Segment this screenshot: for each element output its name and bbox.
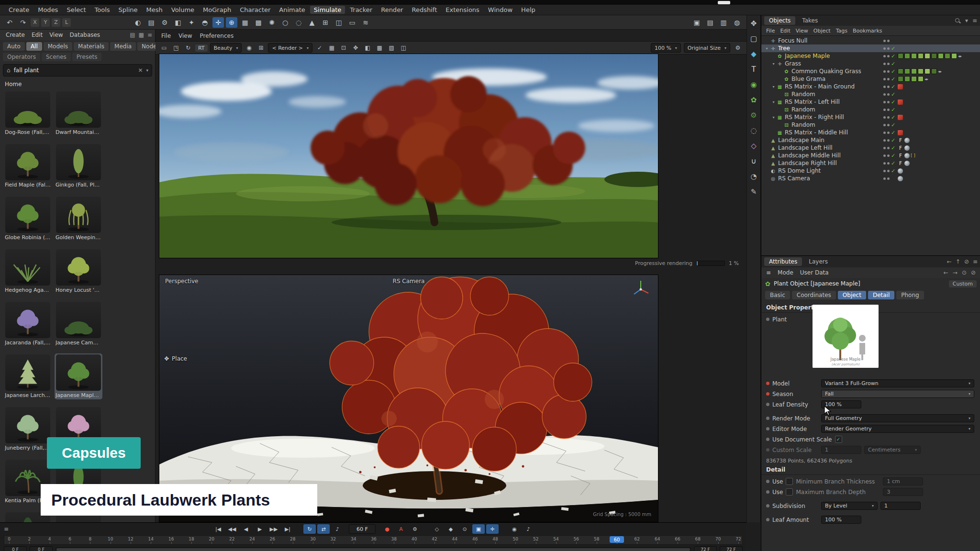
sound-scrub-button[interactable]: ♪	[522, 524, 535, 534]
pingpong-button[interactable]: ⇄	[317, 524, 330, 534]
asset-capsule-icon[interactable]: ◇	[747, 140, 760, 152]
redshift-object-tag[interactable]	[898, 130, 903, 135]
asset-globe-robinia-fall-pl[interactable]: Globe Robinia (Fall, Pl...	[4, 196, 52, 242]
tree-row-grass[interactable]: ▾✛Grass✓	[761, 60, 980, 67]
material-swatch[interactable]	[918, 68, 924, 74]
custom-button[interactable]: Custom	[949, 280, 977, 287]
asset-menu-edit[interactable]: Edit	[29, 31, 45, 39]
mode-button[interactable]: Mode	[778, 269, 793, 276]
section-tab-detail[interactable]: Detail	[868, 291, 894, 299]
asset-ginkgo-fall-plant[interactable]: Ginkgo (Fall, Plant)	[55, 143, 102, 189]
asset-jacaranda-fall-plant[interactable]: Jacaranda (Fall, Plant)	[4, 301, 52, 347]
annotate-icon[interactable]: ✎	[747, 186, 760, 198]
use-document-scale-anim-dot[interactable]	[766, 438, 769, 441]
section-tab-phong[interactable]: Phong	[896, 291, 924, 299]
editor-visibility-dot[interactable]	[883, 40, 886, 42]
visibility-dots[interactable]	[883, 101, 890, 103]
tree-row-random[interactable]: ⚄Random✓	[761, 106, 980, 113]
enabled-check-icon[interactable]: ✓	[890, 122, 897, 128]
swatch-scroll-icon[interactable]: ◂▸	[924, 77, 928, 81]
material-tag[interactable]	[904, 138, 910, 143]
editor-mode-anim-dot[interactable]	[766, 427, 769, 430]
split-view-icon[interactable]: ◓	[199, 17, 211, 28]
visibility-dots[interactable]	[883, 124, 890, 126]
render-mode-dropdown[interactable]: Full Geometry ▾	[821, 414, 974, 422]
search-input[interactable]: fall plant	[14, 67, 135, 74]
material-swatch[interactable]	[904, 53, 910, 59]
use-max-branch-checkbox[interactable]: ✓	[786, 488, 793, 496]
render-settings-icon[interactable]: ⚙	[159, 17, 170, 28]
material-swatch[interactable]	[898, 76, 903, 82]
snapshot-icon[interactable]: ▭	[159, 43, 169, 53]
model-dropdown[interactable]: Variant 3 Full-Grown ▾	[821, 379, 974, 387]
asset-japanese-larch-fall[interactable]: Japanese Larch (Fall,...	[4, 353, 52, 399]
tab-takes[interactable]: Takes	[797, 16, 823, 25]
material-tag[interactable]	[898, 176, 903, 181]
editor-visibility-dot[interactable]	[883, 78, 886, 80]
axis-lock-l[interactable]: L	[62, 18, 71, 27]
menu-tracker[interactable]: Tracker	[346, 6, 376, 14]
leaf-amount-field[interactable]: 100 %	[821, 516, 861, 524]
editor-visibility-dot[interactable]	[883, 170, 886, 172]
editor-visibility-dot[interactable]	[883, 93, 886, 96]
material-swatch[interactable]	[918, 53, 924, 59]
refresh-render-icon[interactable]: ↻	[183, 43, 193, 53]
lock-icon[interactable]: ⊘	[964, 258, 969, 265]
menu-simulate[interactable]: Simulate	[310, 6, 345, 14]
asset-dwarf-mountain-pine[interactable]: Dwarf Mountain Pine (...	[55, 90, 102, 136]
record-button[interactable]: ●	[381, 524, 393, 534]
enabled-check-icon[interactable]: ✓	[890, 61, 897, 67]
next-frame-button[interactable]: ▶▶	[267, 524, 280, 534]
expander-icon[interactable]: ▾	[771, 115, 776, 120]
material-tag[interactable]	[904, 145, 910, 151]
visibility-dots[interactable]	[883, 109, 890, 111]
solo-animation-button[interactable]: ◉	[508, 524, 521, 534]
quantize-icon[interactable]: ▩	[253, 17, 264, 28]
editor-visibility-dot[interactable]	[883, 109, 886, 111]
asset-dog-rose-fall-plant[interactable]: Dog-Rose (Fall, Plant)	[4, 90, 52, 136]
expander-icon[interactable]: ▾	[771, 62, 776, 66]
material-swatch[interactable]	[918, 76, 924, 82]
material-swatch[interactable]	[898, 68, 903, 74]
asset-menu-create[interactable]: Create	[3, 31, 28, 39]
enabled-check-icon[interactable]: ✓	[890, 160, 897, 166]
axis-mode-icon[interactable]: ✛	[212, 17, 224, 28]
range-end-field[interactable]: 72 F	[720, 546, 743, 551]
asset-golden-weeping-willo[interactable]: Golden Weeping Willo...	[55, 196, 102, 242]
material-swatch[interactable]	[951, 53, 957, 59]
grid-snap-icon[interactable]: ▦	[239, 17, 251, 28]
visibility-dots[interactable]	[883, 139, 890, 142]
enabled-check-icon[interactable]: ✓	[890, 168, 897, 174]
subdivision-mode-dropdown[interactable]: By Level ▾	[821, 502, 878, 510]
visibility-dots[interactable]	[883, 132, 890, 134]
render-mode-anim-dot[interactable]	[766, 417, 769, 420]
loop-select-icon[interactable]: ◌	[293, 17, 304, 28]
redshift-object-tag[interactable]	[898, 115, 903, 120]
enabled-check-icon[interactable]: ✓	[890, 84, 897, 90]
attr-burger-icon[interactable]: ≡	[766, 269, 771, 276]
enabled-check-icon[interactable]: ✓	[890, 76, 897, 82]
max-branch-anim-dot[interactable]	[766, 490, 769, 494]
ab-compare-icon[interactable]: ◧	[363, 43, 372, 53]
timeline-ruler[interactable]: 0246810121416182022242628303234363840424…	[4, 535, 743, 545]
undo-icon[interactable]: ↶	[4, 17, 15, 28]
menu-select[interactable]: Select	[63, 6, 89, 14]
loop-mode-button[interactable]: ↻	[303, 524, 316, 534]
tab-attributes[interactable]: Attributes	[764, 257, 802, 266]
channels-icon[interactable]: ▧	[387, 43, 396, 53]
clear-search-icon[interactable]: ✕	[138, 67, 143, 74]
filter-icon[interactable]: ▾	[965, 17, 968, 24]
render-queue-icon[interactable]: ▤	[145, 17, 157, 28]
deformer-icon[interactable]: ≋	[360, 17, 371, 28]
material-ball-icon[interactable]: ◉	[244, 43, 254, 53]
enabled-check-icon[interactable]: ✓	[890, 107, 897, 113]
range-start-field[interactable]: 0 F	[4, 546, 27, 551]
section-tab-basic[interactable]: Basic	[765, 291, 790, 299]
visibility-dots[interactable]	[883, 86, 890, 88]
visibility-dots[interactable]	[883, 147, 890, 149]
history-forward-icon[interactable]: →	[953, 269, 958, 276]
menu-character[interactable]: Character	[236, 6, 274, 14]
plant-anim-dot[interactable]	[766, 318, 769, 321]
redo-icon[interactable]: ↷	[17, 17, 29, 28]
preview-end-field[interactable]: 72 F	[694, 546, 717, 551]
